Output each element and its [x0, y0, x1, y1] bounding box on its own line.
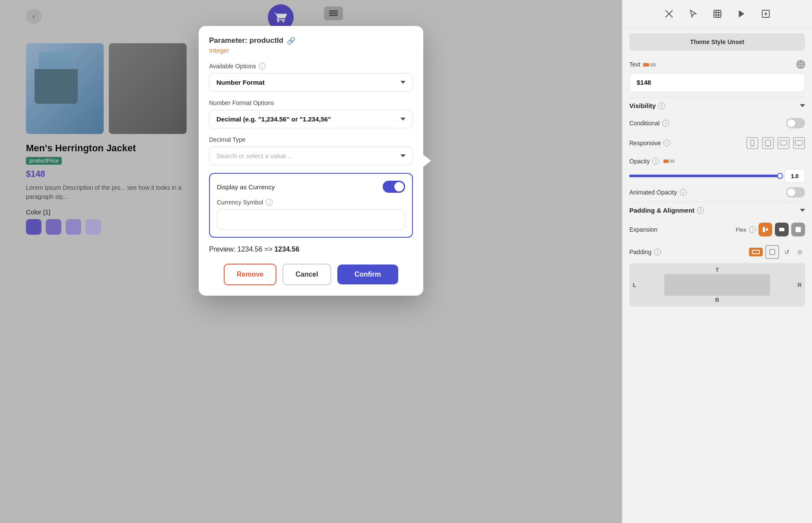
- table-tool-icon[interactable]: [710, 6, 725, 22]
- svg-rect-5: [714, 10, 721, 18]
- visibility-info-icon: i: [658, 102, 665, 109]
- currency-symbol-input[interactable]: [217, 209, 405, 230]
- currency-symbol-section: Currency Symbol i: [217, 199, 405, 230]
- animated-opacity-label: Animated Opacity i: [629, 189, 687, 196]
- chevron-down-icon: [400, 81, 406, 84]
- globe-icon: [796, 60, 805, 69]
- padding-toggle-icon[interactable]: [749, 248, 763, 256]
- link-icon: 🔗: [287, 37, 295, 45]
- padding-alignment-info-icon: i: [697, 207, 704, 214]
- opacity-slider-row: 1.0: [629, 169, 805, 183]
- flex-info-icon: i: [749, 226, 756, 233]
- padding-info-icon: i: [654, 249, 661, 255]
- conditional-info-icon: i: [662, 120, 669, 127]
- currency-symbol-info-icon: i: [266, 199, 273, 206]
- padding-top-label: T: [716, 267, 719, 273]
- number-format-options-label: Number Format Options: [209, 99, 413, 106]
- expansion-icon-2[interactable]: [775, 223, 789, 236]
- modal-header: Parameter: productId 🔗 Integer: [209, 36, 413, 54]
- recycle-icon[interactable]: ↺: [782, 247, 792, 257]
- text-label: Text: [629, 61, 656, 68]
- responsive-label: Responsive i: [629, 140, 670, 147]
- expansion-icon-1[interactable]: [758, 223, 772, 236]
- number-format-chevron-icon: [400, 118, 406, 121]
- padding-left-label: L: [633, 282, 636, 288]
- theme-style-button[interactable]: Theme Style Unset: [629, 33, 805, 51]
- decimal-type-dropdown[interactable]: Search or select a value...: [209, 147, 413, 165]
- padding-border-icon[interactable]: [765, 245, 779, 259]
- expansion-icon-3[interactable]: [791, 223, 805, 236]
- panel-content: Theme Style Unset Text: [622, 28, 812, 523]
- tablet-icon[interactable]: [762, 137, 774, 149]
- opacity-label: Opacity i: [629, 158, 675, 165]
- remove-button[interactable]: Remove: [224, 264, 276, 285]
- edit-tool-icon[interactable]: [661, 6, 677, 22]
- visibility-section: Visibility i: [629, 97, 805, 114]
- padding-right-label: R: [798, 282, 802, 288]
- svg-rect-26: [766, 228, 768, 231]
- preview-text: Preview: 1234.56 => 1234.56: [209, 246, 413, 253]
- modal-dialog: Parameter: productId 🔗 Integer Available…: [199, 26, 423, 296]
- available-options-dropdown[interactable]: Number Format: [209, 73, 413, 92]
- text-icon-top: [643, 63, 649, 67]
- desktop-small-icon[interactable]: [777, 137, 790, 149]
- svg-marker-10: [739, 10, 744, 18]
- text-value-box: $148: [629, 73, 805, 92]
- available-options-label: Available Options i: [209, 63, 413, 70]
- expansion-label: Expansion: [629, 226, 657, 233]
- canvas-area: ‹ Men's Herrington Jacket: [0, 0, 622, 523]
- cancel-button[interactable]: Cancel: [282, 264, 331, 285]
- main-layout: ‹ Men's Herrington Jacket: [0, 0, 812, 523]
- panel-toolbar: [622, 0, 812, 28]
- decimal-type-chevron-icon: [400, 154, 406, 157]
- decimal-type-label: Decimal Type: [209, 136, 413, 143]
- number-format-dropdown[interactable]: Decimal (e.g. "1,234.56" or "1.234,56": [209, 110, 413, 128]
- play-tool-icon[interactable]: [734, 6, 749, 22]
- flex-label: Flex: [736, 226, 746, 233]
- opacity-icons: [663, 159, 675, 163]
- expansion-icons: [758, 223, 805, 236]
- cursor-tool-icon[interactable]: [685, 6, 701, 22]
- padding-icons: ↺ ⊙: [749, 245, 805, 259]
- conditional-row: Conditional i: [629, 114, 805, 133]
- responsive-icons: [746, 137, 805, 149]
- expansion-row: Expansion Flex i: [629, 218, 805, 241]
- phone-icon[interactable]: [746, 137, 758, 149]
- modal-subtitle: Integer: [209, 47, 413, 54]
- monitor-icon[interactable]: [793, 137, 805, 149]
- text-icon-bottom: [650, 63, 656, 67]
- text-value: $148: [637, 79, 651, 86]
- currency-symbol-label: Currency Symbol i: [217, 199, 405, 206]
- conditional-toggle[interactable]: [786, 118, 805, 128]
- padding-alignment-label: Padding & Alignment i: [629, 207, 704, 214]
- confirm-button[interactable]: Confirm: [337, 265, 398, 284]
- right-panel: Theme Style Unset Text: [622, 0, 812, 523]
- opacity-info-icon: i: [652, 158, 659, 165]
- modal-actions: Remove Cancel Confirm: [209, 264, 413, 285]
- available-options-info-icon: i: [259, 63, 266, 70]
- padding-visual: T B L R: [629, 263, 805, 306]
- text-row: Text: [629, 56, 805, 73]
- animated-opacity-info-icon: i: [680, 189, 687, 196]
- svg-rect-27: [779, 228, 784, 231]
- display-currency-row: Display as Currency: [217, 181, 405, 193]
- padding-label-text: Padding i: [629, 249, 661, 255]
- add-tool-icon[interactable]: [758, 6, 774, 22]
- animated-opacity-toggle[interactable]: [786, 187, 805, 198]
- opacity-slider[interactable]: [629, 175, 780, 177]
- opacity-value: 1.0: [784, 169, 805, 183]
- text-format-icons: [643, 63, 656, 67]
- highlighted-section: Display as Currency Currency Symbol i: [209, 173, 413, 238]
- modal-overlay: Parameter: productId 🔗 Integer Available…: [0, 0, 622, 523]
- opacity-icon-bottom: [669, 159, 675, 163]
- copy-icon[interactable]: ⊙: [795, 247, 805, 257]
- modal-arrow: [423, 155, 431, 167]
- display-currency-label: Display as Currency: [217, 183, 275, 191]
- svg-rect-22: [795, 140, 802, 145]
- animated-opacity-row: Animated Opacity i: [629, 183, 805, 202]
- modal-title: Parameter: productId: [209, 36, 283, 45]
- display-currency-toggle[interactable]: [383, 181, 405, 193]
- opacity-icon-top: [663, 159, 669, 163]
- svg-rect-28: [796, 227, 801, 232]
- padding-row: Padding i ↺ ⊙: [629, 241, 805, 263]
